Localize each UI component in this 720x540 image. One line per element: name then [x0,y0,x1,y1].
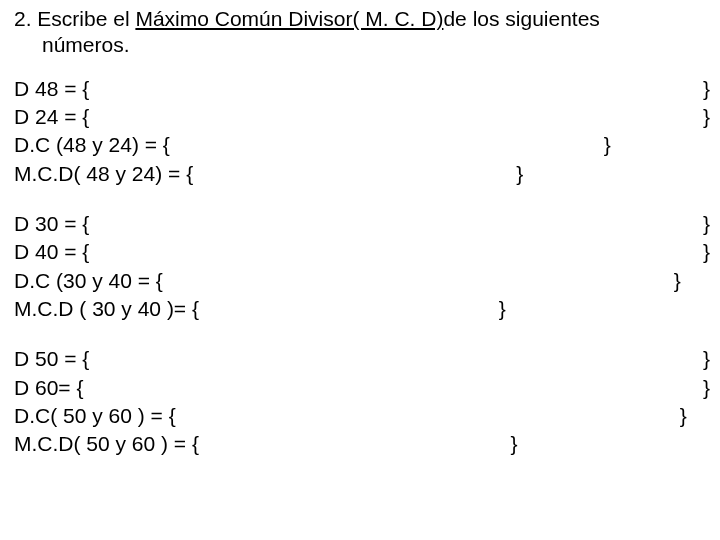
row-label: D.C( 50 y 60 ) = { [14,402,176,430]
divisor-row: D 48 = { } [14,75,710,103]
heading-term: Máximo Común Divisor( M. C. D) [135,7,443,30]
row-label: D.C (30 y 40 = { [14,267,163,295]
problem-block: D 30 = { } D 40 = { } D.C (30 y 40 = { }… [14,210,710,323]
row-pad [517,430,710,458]
row-close-brace: } [703,210,710,238]
row-pad [523,160,710,188]
common-divisor-row: D.C( 50 y 60 ) = { } [14,402,710,430]
problem-block: D 48 = { } D 24 = { } D.C (48 y 24) = { … [14,75,710,188]
row-pad [506,295,710,323]
row-label: M.C.D ( 30 y 40 )= { [14,295,199,323]
heading-post: de los siguientes [443,7,599,30]
row-close-brace: } [604,131,611,159]
row-close-brace: } [516,160,523,188]
worksheet-page: 2. Escribe el Máximo Común Divisor( M. C… [0,0,720,491]
row-label: D.C (48 y 24) = { [14,131,170,159]
heading-number: 2. [14,7,37,30]
row-pad [681,267,710,295]
row-label: D 30 = { [14,210,89,238]
row-pad [687,402,710,430]
row-label: M.C.D( 50 y 60 ) = { [14,430,199,458]
row-close-brace: } [680,402,687,430]
row-close-brace: } [703,103,710,131]
row-close-brace: } [703,238,710,266]
row-pad [611,131,710,159]
row-close-brace: } [703,345,710,373]
divisor-row: D 50 = { } [14,345,710,373]
exercise-heading: 2. Escribe el Máximo Común Divisor( M. C… [14,6,710,59]
heading-line2: números. [14,32,710,58]
row-label: D 40 = { [14,238,89,266]
divisor-row: D 24 = { } [14,103,710,131]
row-close-brace: } [499,295,506,323]
row-close-brace: } [703,75,710,103]
row-close-brace: } [674,267,681,295]
common-divisor-row: D.C (30 y 40 = { } [14,267,710,295]
row-close-brace: } [510,430,517,458]
mcd-row: M.C.D( 50 y 60 ) = { } [14,430,710,458]
row-label: D 50 = { [14,345,89,373]
heading-pre: Escribe el [37,7,135,30]
row-close-brace: } [703,374,710,402]
row-label: D 60= { [14,374,83,402]
problem-block: D 50 = { } D 60= { } D.C( 50 y 60 ) = { … [14,345,710,458]
divisor-row: D 30 = { } [14,210,710,238]
mcd-row: M.C.D( 48 y 24) = { } [14,160,710,188]
divisor-row: D 40 = { } [14,238,710,266]
row-label: D 24 = { [14,103,89,131]
divisor-row: D 60= { } [14,374,710,402]
mcd-row: M.C.D ( 30 y 40 )= { } [14,295,710,323]
row-label: M.C.D( 48 y 24) = { [14,160,193,188]
common-divisor-row: D.C (48 y 24) = { } [14,131,710,159]
row-label: D 48 = { [14,75,89,103]
